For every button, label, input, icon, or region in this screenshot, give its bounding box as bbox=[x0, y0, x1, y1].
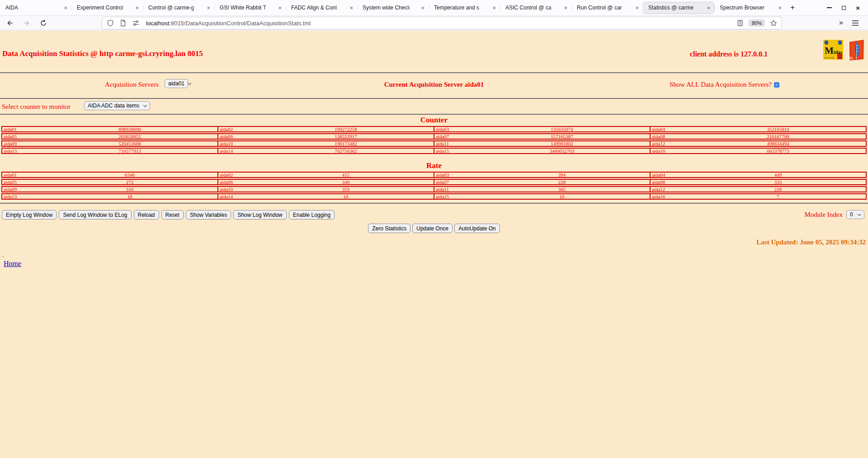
tab-experiment-control[interactable]: Experiment Control× bbox=[71, 2, 143, 14]
rate-table: aida016346aida02415aida03394aida04449aid… bbox=[1, 172, 867, 200]
server-value: 365 bbox=[474, 187, 650, 192]
menu-icon[interactable] bbox=[852, 20, 859, 26]
show-variables-button[interactable]: Show Variables bbox=[186, 210, 231, 220]
url-text[interactable]: localhost:8015/DataAcquisitionControl/Da… bbox=[146, 20, 311, 27]
module-index-label: Module Index bbox=[804, 211, 843, 219]
reader-mode-icon[interactable] bbox=[736, 19, 744, 27]
tab-aida[interactable]: AIDA× bbox=[0, 2, 71, 14]
stat-row: aida13710577913aida14702756362aida153460… bbox=[1, 148, 867, 154]
chevron-down-icon bbox=[143, 103, 147, 107]
page-header: Data Acquisition Statistics @ http carme… bbox=[0, 31, 868, 72]
tab-spectrum-browser[interactable]: Spectrum Browser× bbox=[714, 2, 786, 14]
tab-close-icon[interactable]: × bbox=[134, 5, 140, 11]
show-all-checkbox[interactable]: ✓ bbox=[774, 82, 779, 88]
stat-cell-aida14: aida1416 bbox=[218, 194, 434, 199]
home-link[interactable]: Home bbox=[4, 260, 21, 267]
new-tab-button[interactable]: + bbox=[786, 3, 799, 12]
stat-row: aida1318aida1416aida1510aida167 bbox=[1, 193, 867, 200]
zero-statistics-button[interactable]: Zero Statistics bbox=[368, 224, 410, 233]
server-name: aida01 bbox=[2, 173, 42, 177]
tab-close-icon[interactable]: × bbox=[634, 5, 640, 11]
server-value: 340 bbox=[258, 180, 434, 184]
server-value: 710577913 bbox=[42, 149, 217, 153]
reset-button[interactable]: Reset bbox=[161, 210, 184, 220]
tab-title: GSI White Rabbit T bbox=[220, 5, 276, 11]
stat-cell-aida10: aida10359 bbox=[218, 187, 434, 192]
tab-fadc-align-cont[interactable]: FADC Align & Cont× bbox=[286, 2, 357, 14]
show-log-window-button[interactable]: Show Log Window bbox=[233, 210, 286, 220]
tab-close-icon[interactable]: × bbox=[206, 5, 211, 11]
stat-cell-aida11: aida11149901802 bbox=[434, 141, 651, 146]
tab-asic-control-ca[interactable]: ASIC Control @ ca× bbox=[500, 2, 571, 14]
tab-statistics-carme[interactable]: Statistics @ carme× bbox=[643, 2, 714, 14]
tab-close-icon[interactable]: × bbox=[420, 5, 425, 11]
server-value: 7 bbox=[690, 194, 866, 199]
browser-window: AIDA×Experiment Control×Control @ carme-… bbox=[0, 0, 868, 31]
bookmark-star-icon[interactable] bbox=[770, 19, 777, 27]
stat-cell-aida06: aida06138553917 bbox=[218, 134, 434, 139]
module-index-select[interactable]: 0 bbox=[846, 210, 864, 219]
server-value: 272 bbox=[42, 180, 217, 184]
stat-cell-aida01: aida01898928690 bbox=[2, 127, 218, 131]
server-value: 228 bbox=[690, 187, 866, 192]
server-value: 449 bbox=[690, 173, 866, 177]
enable-logging-button[interactable]: Enable Logging bbox=[289, 210, 335, 220]
forward-icon[interactable] bbox=[23, 19, 30, 27]
tcl-logo[interactable]: TCL bbox=[846, 40, 867, 61]
server-value: 138553917 bbox=[258, 134, 434, 139]
tab-close-icon[interactable]: × bbox=[563, 5, 568, 11]
tab-run-control-car[interactable]: Run Control @ car× bbox=[571, 2, 643, 14]
tab-close-icon[interactable]: × bbox=[63, 5, 68, 11]
shield-icon[interactable] bbox=[107, 19, 114, 27]
tab-gsi-white-rabbit-t[interactable]: GSI White Rabbit T× bbox=[214, 2, 286, 14]
tab-close-icon[interactable]: × bbox=[491, 5, 497, 11]
reload-button[interactable]: Reload bbox=[134, 210, 159, 220]
tab-title: Experiment Control bbox=[77, 5, 133, 11]
counter-monitor-select[interactable]: AIDA ADC data items bbox=[84, 101, 150, 110]
back-icon[interactable] bbox=[6, 19, 14, 27]
stat-cell-aida09: aida09310 bbox=[2, 187, 218, 192]
stat-cell-aida11: aida11365 bbox=[434, 187, 651, 192]
stat-cell-aida08: aida08216167700 bbox=[651, 134, 866, 139]
tab-close-icon[interactable]: × bbox=[277, 5, 283, 11]
server-name: aida15 bbox=[434, 149, 474, 153]
empty-log-window-button[interactable]: Empty Log Window bbox=[2, 210, 57, 220]
server-value: 190173482 bbox=[258, 141, 434, 146]
send-log-window-to-elog-button[interactable]: Send Log Window to ELog bbox=[59, 210, 131, 220]
url-bar[interactable]: localhost:8015/DataAcquisitionControl/Da… bbox=[102, 17, 782, 29]
permissions-icon[interactable] bbox=[132, 19, 140, 27]
tcl-label: TCL bbox=[847, 56, 854, 60]
midas-logo[interactable]: Midas powered by bbox=[823, 40, 843, 60]
tab-control-carme-g[interactable]: Control @ carme-g× bbox=[143, 2, 214, 14]
tab-close-icon[interactable]: × bbox=[349, 5, 354, 11]
stat-cell-aida12: aida12228 bbox=[651, 187, 866, 192]
server-name: aida09 bbox=[2, 141, 42, 146]
url-path: :8015/DataAcquisitionControl/DataAcquisi… bbox=[169, 20, 311, 27]
stat-row: aida05272aida06340aida07228aida08333 bbox=[1, 179, 867, 185]
page-info-icon[interactable] bbox=[119, 19, 127, 27]
minimize-icon[interactable] bbox=[827, 7, 832, 8]
update-once-button[interactable]: Update Once bbox=[412, 224, 453, 233]
server-value: 6346 bbox=[42, 173, 217, 177]
tab-close-icon[interactable]: × bbox=[706, 5, 711, 11]
toolbar-overflow-icon[interactable]: » bbox=[839, 19, 843, 27]
server-name: aida05 bbox=[2, 180, 42, 184]
tab-close-icon[interactable]: × bbox=[777, 5, 783, 11]
zoom-level-badge[interactable]: 80% bbox=[749, 19, 765, 27]
logos: Midas powered by TCL bbox=[823, 40, 867, 61]
stat-cell-aida03: aida03135635074 bbox=[434, 127, 651, 131]
maximize-icon[interactable] bbox=[842, 6, 846, 10]
server-value: 898928690 bbox=[42, 127, 217, 131]
tab-system-wide-check[interactable]: System wide Check× bbox=[357, 2, 429, 14]
tab-temperature-and-s[interactable]: Temperature and s× bbox=[429, 2, 500, 14]
module-index-group: Module Index 0 bbox=[804, 210, 864, 219]
reload-icon[interactable] bbox=[40, 19, 47, 27]
close-window-icon[interactable]: × bbox=[856, 5, 860, 11]
stat-cell-aida02: aida02415 bbox=[218, 173, 434, 177]
server-value: 3460032703 bbox=[474, 149, 650, 153]
stat-cell-aida13: aida1318 bbox=[2, 194, 218, 199]
autoupdate-on-button[interactable]: AutoUpdate On bbox=[454, 224, 500, 233]
tab-title: System wide Check bbox=[363, 5, 419, 11]
server-value: 149901802 bbox=[474, 141, 650, 146]
server-name: aida04 bbox=[651, 127, 690, 131]
